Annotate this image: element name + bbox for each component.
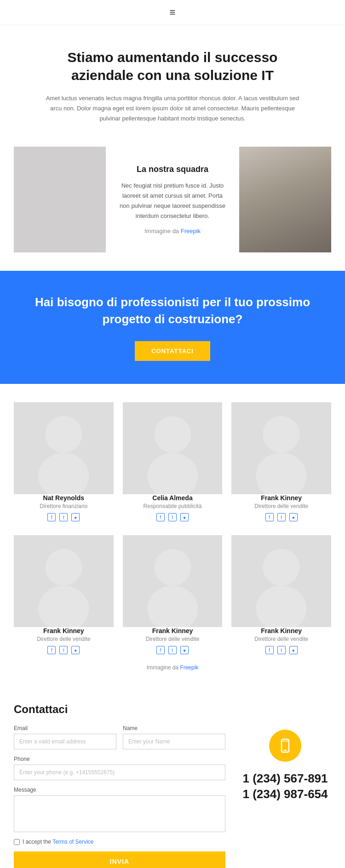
team-card-info: Frank KinneyDirettore delle venditeft●	[123, 627, 223, 657]
terms-link[interactable]: Terms of Service	[52, 839, 93, 845]
team-card: Nat ReynoldsDirettore finanziarioft●	[14, 402, 114, 524]
team-card-photo	[14, 402, 114, 494]
hero-description: Amet luctus venenatis lectus magna fring…	[44, 93, 301, 124]
instagram-icon[interactable]: ●	[180, 513, 189, 521]
svg-point-9	[147, 586, 198, 627]
email-group: Email	[14, 725, 116, 749]
facebook-icon[interactable]: f	[156, 513, 165, 521]
team-card-socials: ft●	[123, 513, 223, 521]
freepik-link[interactable]: Freepik	[181, 228, 201, 234]
team-grid-row2: Frank KinneyDirettore delle venditeft● F…	[14, 535, 331, 657]
svg-point-4	[263, 416, 300, 453]
cta-title: Hai bisogno di professionisti per il tuo…	[28, 294, 317, 327]
svg-point-5	[256, 453, 307, 494]
team-freepik-credit: Immagine da Freepik	[14, 664, 331, 671]
phone-number-1: 1 (234) 567-891	[242, 771, 328, 787]
contact-right: 1 (234) 567-891 1 (234) 987-654	[239, 725, 331, 868]
header: ≡	[0, 0, 345, 25]
team-card-socials: ft●	[231, 513, 331, 521]
team-intro-description: Nec feugiat nisl pretium fusce id. Justo…	[120, 181, 225, 221]
team-photo-left	[14, 147, 106, 252]
team-card: Frank KinneyDirettore delle venditeft●	[231, 535, 331, 657]
team-intro-credit: Immagine da Freepik	[144, 228, 201, 234]
team-card-info: Frank KinneyDirettore delle venditeft●	[231, 494, 331, 524]
team-card-name: Frank Kinney	[231, 627, 331, 634]
twitter-icon[interactable]: t	[277, 646, 286, 654]
submit-button[interactable]: INVIA	[14, 851, 225, 868]
svg-point-0	[45, 416, 82, 453]
email-label: Email	[14, 725, 116, 731]
team-card-name: Nat Reynolds	[14, 494, 114, 502]
team-card-socials: ft●	[123, 646, 223, 654]
instagram-icon[interactable]: ●	[180, 646, 189, 654]
team-card-photo	[123, 402, 223, 494]
team-grid-row1: Nat ReynoldsDirettore finanziarioft● Cel…	[14, 402, 331, 524]
team-card: Celia AlmedaResponsabile pubblicitàft●	[123, 402, 223, 524]
team-card-info: Frank KinneyDirettore delle venditeft●	[14, 627, 114, 657]
terms-label: I accept the Terms of Service	[23, 839, 94, 845]
contact-section: Contattaci Email Name Phone	[0, 689, 345, 868]
team-section: Nat ReynoldsDirettore finanziarioft● Cel…	[0, 384, 345, 689]
form-row-message: Message	[14, 787, 225, 832]
team-intro-title: La nostra squadra	[137, 165, 208, 174]
cta-button[interactable]: CONTATTACI	[135, 341, 210, 361]
facebook-icon[interactable]: f	[47, 513, 56, 521]
terms-row: I accept the Terms of Service	[14, 839, 225, 845]
twitter-icon[interactable]: t	[168, 513, 177, 521]
facebook-icon[interactable]: f	[265, 513, 274, 521]
team-card: Frank KinneyDirettore delle venditeft●	[231, 402, 331, 524]
hamburger-icon[interactable]: ≡	[170, 6, 176, 18]
message-textarea[interactable]	[14, 795, 225, 832]
instagram-icon[interactable]: ●	[289, 513, 298, 521]
instagram-icon[interactable]: ●	[71, 646, 80, 654]
team-card-socials: ft●	[14, 513, 114, 521]
twitter-icon[interactable]: t	[59, 646, 68, 654]
facebook-icon[interactable]: f	[156, 646, 165, 654]
facebook-icon[interactable]: f	[265, 646, 274, 654]
team-card-info: Nat ReynoldsDirettore finanziarioft●	[14, 494, 114, 524]
form-row-email-name: Email Name	[14, 725, 225, 749]
hero-section: Stiamo aumentando il successo aziendale …	[0, 25, 345, 137]
phone-icon	[277, 737, 293, 754]
team-card-photo	[231, 402, 331, 494]
twitter-icon[interactable]: t	[59, 513, 68, 521]
cta-section: Hai bisogno di professionisti per il tuo…	[0, 271, 345, 384]
team-card-role: Direttore delle vendite	[231, 503, 331, 509]
svg-point-2	[154, 416, 191, 453]
name-input[interactable]	[123, 734, 225, 749]
phone-group: Phone	[14, 756, 225, 780]
team-card-role: Direttore delle vendite	[231, 636, 331, 642]
svg-rect-13	[283, 750, 287, 751]
team-intro-section: La nostra squadra Nec feugiat nisl preti…	[0, 137, 345, 262]
team-card-role: Responsabile pubblicità	[123, 503, 223, 509]
facebook-icon[interactable]: f	[47, 646, 56, 654]
svg-point-10	[263, 549, 300, 586]
twitter-icon[interactable]: t	[168, 646, 177, 654]
freepik-link-2[interactable]: Freepik	[180, 664, 198, 671]
team-card-photo	[123, 535, 223, 627]
twitter-icon[interactable]: t	[277, 513, 286, 521]
team-card-socials: ft●	[231, 646, 331, 654]
contact-layout: Email Name Phone Message	[14, 725, 331, 868]
svg-point-7	[38, 586, 89, 627]
team-card-info: Frank KinneyDirettore delle venditeft●	[231, 627, 331, 657]
svg-point-11	[256, 586, 307, 627]
message-label: Message	[14, 787, 225, 793]
instagram-icon[interactable]: ●	[71, 513, 80, 521]
svg-point-3	[147, 453, 198, 494]
phone-label: Phone	[14, 756, 225, 762]
svg-point-8	[154, 549, 191, 586]
name-group: Name	[123, 725, 225, 749]
message-group: Message	[14, 787, 225, 832]
contact-form: Email Name Phone Message	[14, 725, 225, 868]
team-card-role: Direttore delle vendite	[123, 636, 223, 642]
terms-checkbox[interactable]	[14, 839, 20, 845]
team-card-photo	[231, 535, 331, 627]
team-card-info: Celia AlmedaResponsabile pubblicitàft●	[123, 494, 223, 524]
instagram-icon[interactable]: ●	[289, 646, 298, 654]
team-card: Frank KinneyDirettore delle venditeft●	[14, 535, 114, 657]
phone-icon-circle	[269, 730, 301, 762]
phone-input[interactable]	[14, 765, 225, 780]
team-card-name: Frank Kinney	[123, 627, 223, 634]
email-input[interactable]	[14, 734, 116, 749]
